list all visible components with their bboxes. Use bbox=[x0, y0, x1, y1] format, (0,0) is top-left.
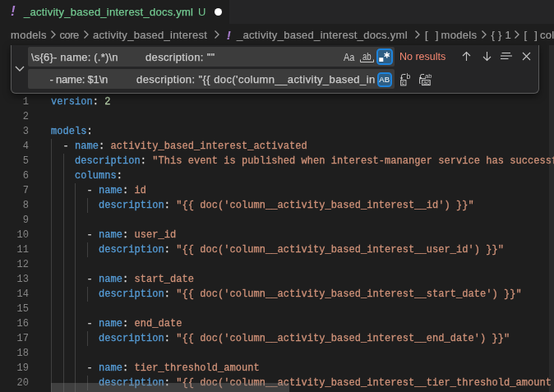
svg-text:ab: ab bbox=[425, 72, 432, 80]
svg-text:b: b bbox=[407, 72, 411, 81]
svg-text:ac: ac bbox=[423, 80, 430, 85]
svg-text:c: c bbox=[402, 80, 405, 85]
